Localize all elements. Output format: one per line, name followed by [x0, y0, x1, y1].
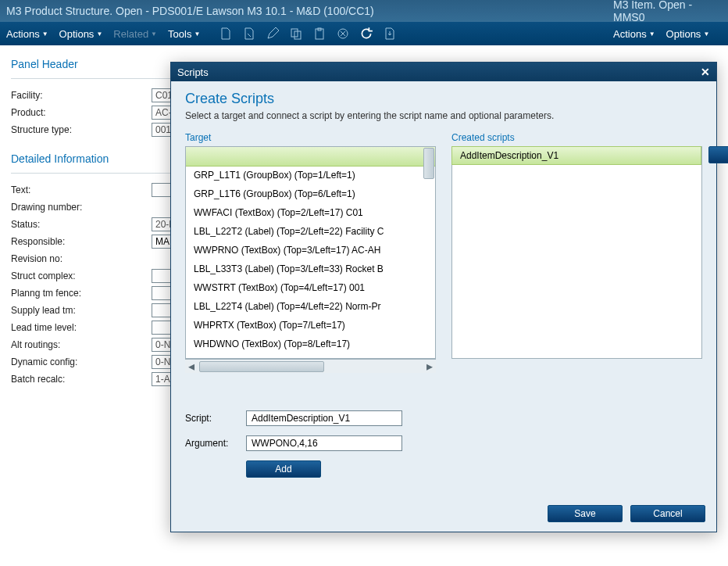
responsible-label: Responsible: [11, 236, 152, 247]
pencil-icon[interactable] [266, 27, 280, 41]
export-icon[interactable] [383, 27, 397, 41]
text-label: Text: [11, 184, 152, 195]
dialog-title-text: Scripts [177, 66, 701, 78]
horizontal-scrollbar[interactable]: ◂ ▸ [185, 359, 436, 373]
script-name-input[interactable] [246, 410, 402, 426]
created-script-item[interactable]: AddItemDescription_V1 [451, 146, 701, 165]
drawing-label: Drawing number: [11, 202, 152, 213]
secondary-window-title: M3 Item. Open - MMS0 [607, 0, 728, 22]
menu-actions[interactable]: Actions▼ [6, 28, 48, 40]
horizontal-scrollbar-thumb[interactable] [199, 361, 324, 372]
created-scripts-listbox[interactable]: AddItemDescription_V1 [451, 146, 702, 359]
revision-label: Revision no: [11, 253, 152, 264]
batch-label: Batch recalc: [11, 374, 152, 385]
target-list-item[interactable]: WHDWNO (TextBox) (Top=8/Left=17) [186, 335, 435, 353]
target-list-item[interactable]: GRP_L1T1 (GroupBox) (Top=1/Left=1) [186, 166, 435, 184]
target-list-item[interactable] [185, 146, 436, 167]
paste-icon[interactable] [312, 27, 327, 41]
menu-tools[interactable]: Tools▼ [168, 28, 200, 40]
target-list-item[interactable]: LBL_L22T2 (Label) (Top=2/Left=22) Facili… [186, 222, 435, 241]
window-title: M3 Product Structure. Open - PDS001/E La… [6, 5, 642, 17]
target-list-item[interactable]: GRP_L1T6 (GroupBox) (Top=6/Left=1) [186, 184, 435, 203]
target-list-item[interactable]: WWPRNO (TextBox) (Top=3/Left=17) AC-AH [186, 241, 435, 260]
dialog-subtitle: Select a target and connect a script by … [185, 110, 702, 121]
target-list-item[interactable]: LBL_L22T4 (Label) (Top=4/Left=22) Norm-P… [186, 297, 435, 316]
cancel-circle-icon[interactable] [336, 27, 350, 41]
target-list-item[interactable]: WWFACI (TextBox) (Top=2/Left=17) C01 [186, 203, 435, 222]
script-field-label: Script: [185, 413, 246, 424]
secondary-menu-actions[interactable]: Actions▼ [613, 28, 655, 40]
scroll-right-arrow[interactable]: ▸ [423, 360, 436, 373]
secondary-menu-options[interactable]: Options▼ [666, 28, 710, 40]
status-label: Status: [11, 219, 152, 230]
dialog-titlebar[interactable]: Scripts ✕ [171, 63, 716, 81]
menu-related: Related▼ [113, 28, 157, 40]
scroll-left-arrow[interactable]: ◂ [185, 360, 198, 373]
target-column-label: Target [185, 132, 436, 143]
copy-icon[interactable] [289, 27, 303, 41]
cancel-button[interactable]: Cancel [630, 505, 705, 522]
target-list-item[interactable]: WHPRTX (TextBox) (Top=7/Left=17) [186, 316, 435, 335]
delete-button[interactable]: Delete [708, 146, 728, 163]
leadtime-label: Lead time level: [11, 322, 152, 333]
refresh-icon[interactable] [359, 27, 373, 41]
target-list-item[interactable]: WWSTRT (TextBox) (Top=4/Left=17) 001 [186, 278, 435, 297]
target-listbox[interactable]: GRP_L1T1 (GroupBox) (Top=1/Left=1)GRP_L1… [185, 146, 436, 359]
created-column-label: Created scripts [451, 132, 702, 143]
new-doc-icon[interactable] [219, 27, 233, 41]
dialog-heading: Create Scripts [185, 91, 702, 107]
dialog-close-icon[interactable]: ✕ [701, 66, 710, 78]
supply-label: Supply lead tm: [11, 305, 152, 316]
facility-label: Facility: [11, 90, 152, 101]
struct-complex-label: Struct complex: [11, 270, 152, 281]
secondary-window: M3 Item. Open - MMS0 Actions▼ Options▼ [607, 0, 728, 45]
save-button[interactable]: Save [548, 505, 623, 522]
edit-doc-icon[interactable] [242, 27, 256, 41]
planng-label: Planng tm fence: [11, 288, 152, 299]
secondary-menubar: Actions▼ Options▼ [607, 22, 728, 45]
structure-type-label: Structure type: [11, 124, 152, 135]
argument-field-label: Argument: [185, 438, 246, 449]
alt-label: Alt routings: [11, 339, 152, 350]
add-button[interactable]: Add [246, 460, 321, 478]
dynamic-label: Dynamic config: [11, 356, 152, 367]
argument-input[interactable] [246, 435, 402, 451]
product-label: Product: [11, 107, 152, 118]
scripts-dialog: Scripts ✕ Create Scripts Select a target… [170, 62, 717, 532]
vertical-scrollbar-thumb[interactable] [423, 148, 434, 179]
menu-options[interactable]: Options▼ [59, 28, 103, 40]
target-list-item[interactable]: LBL_L33T3 (Label) (Top=3/Left=33) Rocket… [186, 260, 435, 278]
